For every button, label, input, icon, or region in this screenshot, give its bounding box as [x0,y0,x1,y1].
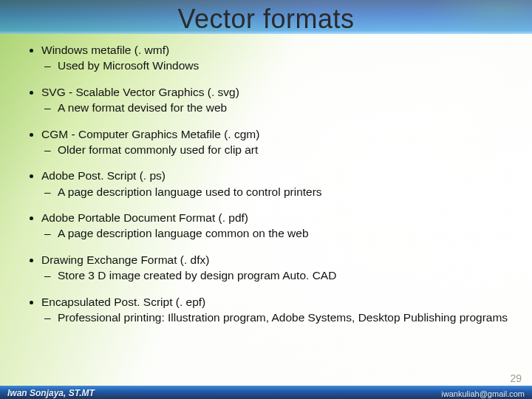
list-item: Drawing Exchange Format (. dfx) Store 3 … [41,253,510,283]
list-item: Adobe Portable Document Format (. pdf) A… [41,211,510,241]
list-item: Windows metafile (. wmf) Used by Microso… [41,43,510,73]
item-head: SVG - Scalable Vector Graphics (. svg) [41,86,239,98]
author-name: Iwan Sonjaya, ST.MT [7,388,95,398]
item-sub: A new format devised for the web [58,100,510,115]
list-item: Adobe Post. Script (. ps) A page descrip… [41,168,510,199]
slide-body: Windows metafile (. wmf) Used by Microso… [22,43,510,378]
slide-title: Vector formats [0,0,532,38]
list-item: Encapsulated Post. Script (. epf) Profes… [41,295,510,325]
item-sub: Professional printing: Illustration prog… [58,310,510,324]
item-sub: Used by Microsoft Windows [58,58,510,72]
item-head: Windows metafile (. wmf) [41,44,169,56]
item-head: Adobe Portable Document Format (. pdf) [41,211,248,224]
item-head: Adobe Post. Script (. ps) [41,169,166,182]
list-item: SVG - Scalable Vector Graphics (. svg) A… [41,85,510,115]
slide: Vector formats Windows metafile (. wmf) … [0,0,532,399]
item-head: Encapsulated Post. Script (. epf) [41,296,205,308]
item-sub: Store 3 D image created by design progra… [58,268,510,282]
list-item: CGM - Computer Graphics Metafile (. cgm)… [41,127,510,157]
item-head: Drawing Exchange Format (. dfx) [41,253,209,266]
author-email: iwankuliah@gmail.com [441,389,525,398]
bullet-list: Windows metafile (. wmf) Used by Microso… [22,43,510,324]
page-number: 29 [510,372,522,384]
item-sub: A page description language common on th… [58,226,510,240]
item-sub: A page description language used to cont… [58,185,510,199]
item-sub: Older format commonly used for clip art [58,143,510,157]
item-head: CGM - Computer Graphics Metafile (. cgm) [41,128,259,140]
